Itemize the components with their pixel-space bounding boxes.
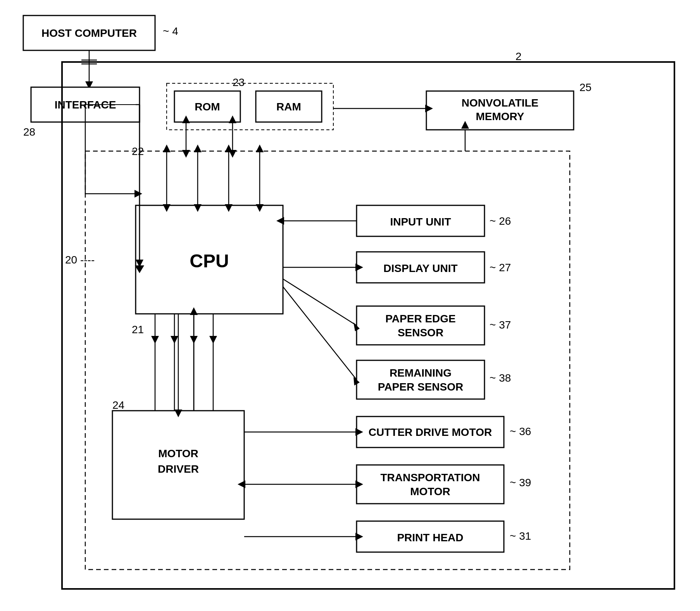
- ref-20: 20 ----: [65, 254, 95, 266]
- ref-22: 22: [132, 145, 144, 157]
- host-computer-label: HOST COMPUTER: [41, 27, 137, 39]
- svg-marker-53: [194, 145, 202, 152]
- ref-36: ~ 36: [510, 425, 531, 437]
- remaining-paper-sensor-label-2: PAPER SENSOR: [378, 381, 463, 393]
- ref-38: ~ 38: [490, 372, 511, 384]
- svg-rect-16: [357, 306, 484, 345]
- svg-line-41: [283, 279, 357, 325]
- ref-2: 2: [516, 50, 522, 62]
- transportation-motor-label-2: MOTOR: [410, 485, 450, 497]
- ref-39: ~ 39: [510, 477, 531, 489]
- motor-driver-label-2: DRIVER: [158, 463, 199, 475]
- ref-28: 28: [23, 126, 35, 138]
- remaining-paper-sensor-label-1: REMAINING: [390, 367, 452, 379]
- svg-marker-56: [225, 145, 233, 152]
- cutter-drive-motor-label: CUTTER DRIVE MOTOR: [369, 426, 492, 438]
- ref-21: 21: [132, 324, 144, 336]
- ref-24: 24: [112, 399, 124, 411]
- nonvolatile-memory-label-1: NONVOLATILE: [462, 97, 539, 109]
- motor-driver-label-1: MOTOR: [158, 447, 198, 460]
- svg-marker-29: [182, 150, 190, 158]
- ram-label: RAM: [276, 101, 301, 113]
- input-unit-label: INPUT UNIT: [390, 216, 451, 228]
- ref-4: ~ 4: [163, 25, 178, 37]
- nonvolatile-memory-label-2: MEMORY: [476, 110, 524, 122]
- ref-25: 25: [579, 81, 591, 93]
- ref-23: 23: [233, 76, 245, 88]
- ref-27: ~ 27: [490, 262, 511, 274]
- paper-edge-sensor-label-2: SENSOR: [398, 327, 443, 339]
- display-unit-label: DISPLAY UNIT: [383, 262, 457, 274]
- rom-label: ROM: [195, 101, 220, 113]
- paper-edge-sensor-label-1: PAPER EDGE: [385, 313, 456, 325]
- print-head-label: PRINT HEAD: [397, 532, 463, 544]
- ref-31: ~ 31: [510, 530, 531, 542]
- svg-rect-17: [357, 360, 484, 399]
- transportation-motor-label-1: TRANSPORTATION: [380, 472, 480, 484]
- cpu-label: CPU: [190, 251, 229, 271]
- svg-line-43: [283, 287, 357, 380]
- ref-26: ~ 26: [490, 215, 511, 227]
- svg-marker-83: [134, 190, 142, 198]
- svg-marker-59: [256, 145, 264, 152]
- svg-marker-50: [163, 145, 171, 152]
- ref-37: ~ 37: [490, 319, 511, 331]
- diagram-container: HOST COMPUTER ~ 4 INTERFACE 28 2 20 ----…: [0, 0, 700, 611]
- svg-rect-19: [357, 465, 504, 504]
